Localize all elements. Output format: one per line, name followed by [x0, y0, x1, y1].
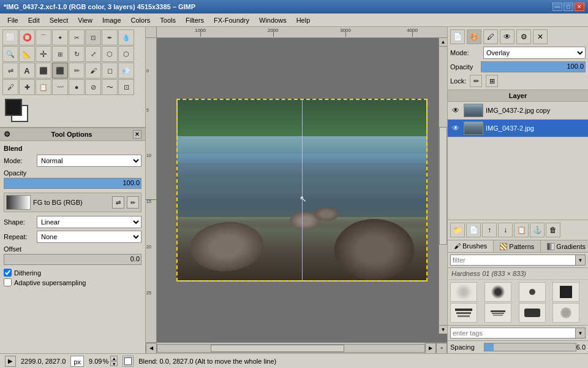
edit-gradient-btn[interactable]: ✏ — [127, 196, 139, 209]
ellipse-select-tool[interactable]: ⭕ — [19, 29, 35, 45]
tags-input[interactable] — [450, 328, 576, 339]
warp-tool[interactable]: 〜 — [102, 79, 118, 95]
lock-pixels-btn[interactable]: ✏ — [470, 75, 482, 87]
menu-filters[interactable]: Filters — [181, 15, 209, 25]
lower-layer-btn[interactable]: ↓ — [498, 223, 513, 237]
spare-tool[interactable]: ⊡ — [118, 79, 134, 95]
fuzzy-select-tool[interactable]: ✦ — [52, 29, 68, 45]
zoom-down-btn[interactable]: ▼ — [110, 361, 118, 366]
zoom-up-btn[interactable]: ▲ — [110, 356, 118, 361]
mode-select[interactable]: Normal — [37, 155, 141, 167]
raise-layer-btn[interactable]: ↑ — [482, 223, 497, 237]
close-right-btn[interactable]: ✕ — [533, 29, 548, 44]
image-canvas[interactable]: ↖ — [176, 99, 428, 282]
flip-tool[interactable]: ⇌ — [2, 63, 18, 79]
anchor-layer-btn[interactable]: ⚓ — [530, 223, 545, 237]
free-select-tool[interactable]: ⌒ — [36, 29, 51, 45]
tool-options-close[interactable]: ✕ — [133, 130, 141, 139]
menu-select[interactable]: Select — [45, 15, 74, 25]
heal-tool[interactable]: ✚ — [19, 79, 35, 95]
canvas-viewport[interactable]: ↖ ▲ ▼ — [157, 38, 447, 342]
brush-item-4[interactable] — [552, 282, 579, 302]
ink-tool[interactable]: 🖋 — [2, 79, 18, 95]
lock-position-btn[interactable]: ⊞ — [486, 75, 498, 87]
scroll-left-btn[interactable]: ◀ — [146, 343, 157, 354]
rotate-tool[interactable]: ↻ — [69, 46, 85, 62]
menu-help[interactable]: Help — [292, 15, 315, 25]
scroll-right-btn[interactable]: ▶ — [425, 343, 436, 354]
adaptive-checkbox[interactable] — [4, 278, 12, 286]
shear-tool[interactable]: ⬡ — [102, 46, 118, 62]
measure-tool[interactable]: 📐 — [19, 46, 35, 62]
layers-icon-btn[interactable]: 📄 — [450, 29, 465, 44]
desaturate-tool[interactable]: ⊘ — [85, 79, 101, 95]
zoom-tool[interactable]: 🔍 — [2, 46, 18, 62]
color-picker-tool[interactable]: 💧 — [118, 29, 134, 45]
smudge-tool[interactable]: 〰 — [52, 79, 68, 95]
paths-icon-btn[interactable]: 🖊 — [483, 29, 498, 44]
layer-visibility-original[interactable]: 👁 — [450, 123, 461, 134]
scroll-thumb-h[interactable] — [211, 345, 344, 352]
gradient-preview[interactable] — [6, 195, 31, 210]
tab-brushes[interactable]: 🖌Brushes — [448, 240, 494, 252]
menu-image[interactable]: Image — [97, 15, 126, 25]
statusbar-menu-btn[interactable]: ▶ — [5, 356, 16, 367]
navigate-btn[interactable]: + — [436, 343, 447, 354]
brush-item-1[interactable] — [450, 282, 477, 302]
spacing-slider[interactable] — [484, 343, 576, 351]
channels-icon-btn[interactable]: 🎨 — [467, 29, 481, 44]
eraser-tool[interactable]: ◻ — [102, 63, 118, 79]
blend-tool[interactable]: ⬛ — [52, 63, 68, 79]
menu-edit[interactable]: Edit — [23, 15, 45, 25]
brush-item-8[interactable] — [552, 303, 579, 323]
clone-tool[interactable]: 📋 — [36, 79, 51, 95]
paths-tool[interactable]: ✒ — [102, 29, 118, 45]
scroll-up-btn[interactable]: ▲ — [439, 38, 447, 47]
layer-item-original[interactable]: 👁 IMG_0437-2.jpg — [448, 120, 588, 137]
foreground-color[interactable] — [5, 99, 22, 116]
layer-visibility-copy[interactable]: 👁 — [450, 105, 461, 116]
layer-item-copy[interactable]: 👁 IMG_0437-2.jpg copy — [448, 102, 588, 120]
perspective-tool[interactable]: ⬡ — [118, 46, 134, 62]
scroll-thumb-v[interactable] — [439, 127, 447, 245]
scroll-down-btn[interactable]: ▼ — [439, 325, 447, 334]
scale-tool[interactable]: ⤢ — [85, 46, 101, 62]
new-layer-btn[interactable]: 📄 — [466, 223, 481, 237]
status-unit[interactable]: px — [70, 356, 84, 367]
shape-select[interactable]: Linear — [37, 216, 141, 228]
duplicate-layer-btn[interactable]: 📋 — [514, 223, 529, 237]
settings-icon-btn[interactable]: ⚙ — [516, 29, 531, 44]
vertical-scrollbar[interactable]: ▲ ▼ — [439, 38, 447, 334]
menu-view[interactable]: View — [73, 15, 97, 25]
layer-mode-select[interactable]: Overlay — [483, 47, 586, 59]
bucket-fill-tool[interactable]: ⬛ — [36, 63, 51, 79]
airbrush-tool[interactable]: 💨 — [118, 63, 134, 79]
brush-item-3[interactable] — [519, 282, 546, 302]
scissors-tool[interactable]: ✂ — [69, 29, 85, 45]
dodge-burn-tool[interactable]: ● — [69, 79, 85, 95]
layer-opacity-slider[interactable]: 100.0 — [481, 61, 586, 72]
rect-select-tool[interactable]: ⬜ — [2, 29, 18, 45]
close-button[interactable]: ✕ — [575, 2, 584, 11]
brush-item-7[interactable] — [519, 303, 546, 323]
paintbrush-tool[interactable]: 🖌 — [85, 63, 101, 79]
move-tool[interactable]: ✛ — [36, 46, 51, 62]
pencil-tool[interactable]: ✏ — [69, 63, 85, 79]
maximize-button[interactable]: □ — [564, 2, 573, 11]
filter-dropdown-btn[interactable]: ▼ — [576, 255, 586, 266]
opacity-slider[interactable]: 100.0 — [4, 178, 141, 189]
reverse-gradient-btn[interactable]: ⇌ — [112, 196, 124, 209]
brush-item-6[interactable] — [484, 303, 511, 323]
repeat-select[interactable]: None — [37, 231, 141, 243]
color-swatches[interactable] — [5, 99, 36, 123]
horizontal-scrollbar[interactable] — [157, 344, 425, 353]
menu-fx-foundry[interactable]: FX-Foundry — [209, 15, 254, 25]
text-tool[interactable]: A — [19, 63, 35, 79]
foreground-tool[interactable]: ⊡ — [85, 29, 101, 45]
eye-icon-btn[interactable]: 👁 — [500, 29, 514, 44]
brush-item-2[interactable] — [484, 282, 511, 302]
tab-patterns[interactable]: Patterns — [494, 240, 541, 252]
dithering-checkbox[interactable] — [4, 269, 12, 277]
tab-gradients[interactable]: Gradients — [541, 240, 588, 252]
brush-item-5[interactable] — [450, 303, 477, 323]
